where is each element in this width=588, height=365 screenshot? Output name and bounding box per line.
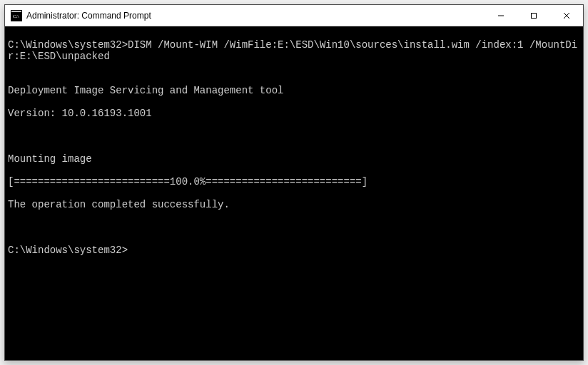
minimize-button[interactable] [485,5,517,26]
window-title: Administrator: Command Prompt [26,11,485,21]
blank-line [8,62,580,73]
titlebar[interactable]: C:\ Administrator: Command Prompt [5,5,583,26]
command-prompt-window: C:\ Administrator: Command Prompt C:\Win… [4,4,584,361]
progress-bar: [==========================100.0%=======… [8,176,580,187]
svg-text:C:\: C:\ [13,14,19,19]
svg-rect-4 [532,13,537,18]
maximize-button[interactable] [517,5,550,26]
blank-line [8,130,580,142]
tool-header: Deployment Image Servicing and Managemen… [8,85,580,96]
prompt: C:\Windows\system32> [8,39,128,51]
close-button[interactable] [550,5,583,26]
window-controls [485,5,583,26]
prompt: C:\Windows\system32> [8,245,128,256]
console-output[interactable]: C:\Windows\system32>DISM /Mount-WIM /Wim… [5,26,583,360]
mounting-label: Mounting image [8,153,580,165]
success-message: The operation completed successfully. [8,199,580,210]
tool-version: Version: 10.0.16193.1001 [8,108,580,119]
cmd-icon: C:\ [11,10,22,21]
svg-rect-1 [11,11,21,12]
blank-line [8,222,580,233]
